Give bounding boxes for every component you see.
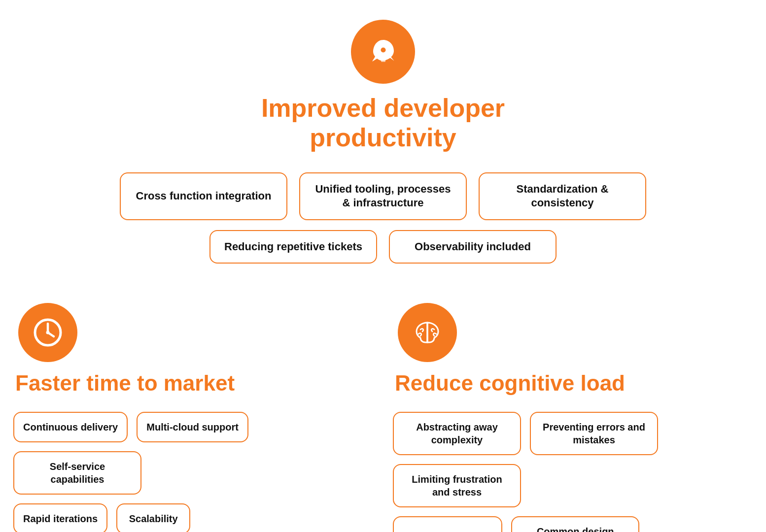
cognitive-row-2: Faster on-boarding Common design pattern…	[393, 516, 639, 532]
card-faster-onboarding: Faster on-boarding	[393, 516, 502, 532]
rocket-icon-circle	[351, 20, 415, 84]
clock-icon	[32, 317, 64, 348]
card-limiting-frustration: Limiting frustration and stress	[393, 464, 521, 507]
card-abstracting: Abstracting away complexity	[393, 412, 521, 455]
bottom-section: Faster time to market Continuous deliver…	[13, 303, 753, 532]
card-preventing-errors: Preventing errors and mistakes	[530, 412, 658, 455]
svg-marker-5	[380, 58, 386, 62]
cognitive-load-title: Reduce cognitive load	[393, 371, 625, 396]
top-row-2: Reducing repetitive tickets Observabilit…	[201, 230, 565, 264]
card-observability: Observability included	[389, 230, 557, 264]
card-standardization: Standardization & consistency	[479, 172, 646, 220]
cognitive-row-1: Abstracting away complexity Preventing e…	[393, 412, 753, 507]
card-reducing-repetitive: Reducing repetitive tickets	[209, 230, 377, 264]
cognitive-load-column: Reduce cognitive load Abstracting away c…	[393, 303, 753, 532]
card-cross-function: Cross function integration	[120, 172, 287, 220]
card-rapid-iterations: Rapid iterations	[13, 503, 107, 532]
brain-icon	[412, 317, 443, 348]
card-common-design: Common design patterns	[511, 516, 639, 532]
svg-point-2	[381, 47, 385, 52]
faster-time-title: Faster time to market	[13, 371, 235, 396]
clock-icon-circle	[18, 303, 77, 362]
faster-time-column: Faster time to market Continuous deliver…	[13, 303, 373, 532]
card-unified-tooling: Unified tooling, processes & infrastruct…	[299, 172, 467, 220]
top-section: Improved developer productivity Cross fu…	[112, 20, 654, 273]
card-self-service: Self-service capabilities	[13, 451, 141, 495]
brain-icon-circle	[398, 303, 457, 362]
card-continuous-delivery: Continuous delivery	[13, 412, 128, 442]
faster-row-1: Continuous delivery Multi-cloud support …	[13, 412, 373, 495]
top-row-1: Cross function integration Unified tooli…	[112, 172, 654, 220]
main-title: Improved developer productivity	[261, 94, 505, 153]
card-multi-cloud: Multi-cloud support	[137, 412, 248, 442]
rocket-icon	[367, 36, 399, 68]
faster-row-2: Rapid iterations Scalability	[13, 503, 190, 532]
svg-point-9	[46, 331, 50, 334]
card-scalability: Scalability	[116, 503, 190, 532]
